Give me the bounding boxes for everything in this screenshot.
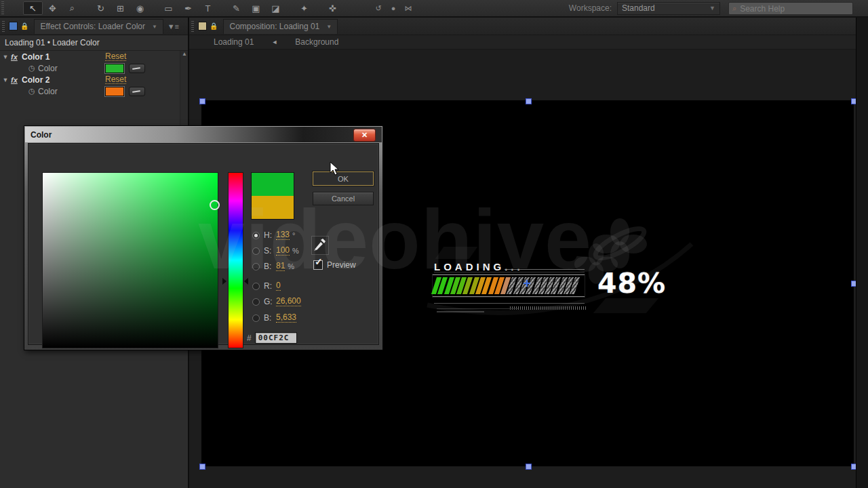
expand-caret-icon[interactable]: ▼ xyxy=(1,77,9,83)
selection-handle[interactable] xyxy=(199,464,205,470)
type-tool[interactable]: T xyxy=(198,1,218,15)
field-value[interactable]: 81 xyxy=(276,262,285,271)
field-value[interactable]: 5,633 xyxy=(276,313,296,323)
dialog-titlebar[interactable]: Color ✕ xyxy=(25,127,382,142)
toolbar-tools: ↖✥⌕↻⊞◉▭✒T✎▣◪✦✜↺●⋈ xyxy=(23,1,416,15)
checkbox-icon[interactable]: ✓ xyxy=(313,260,323,270)
hex-input[interactable]: 00CF2C xyxy=(255,332,297,344)
field-value[interactable]: 0 xyxy=(276,281,281,291)
effect-name[interactable]: Color 2 xyxy=(22,75,50,85)
lock-icon[interactable]: 🔒 xyxy=(210,22,218,30)
color-swatch[interactable] xyxy=(105,64,124,73)
cancel-button[interactable]: Cancel xyxy=(313,192,374,205)
selection-tool[interactable]: ↖ xyxy=(23,1,43,15)
field-value[interactable]: 133 xyxy=(276,230,290,240)
eyedropper-button[interactable] xyxy=(311,236,329,255)
radio-h[interactable] xyxy=(252,232,260,239)
hue-slider[interactable] xyxy=(228,172,243,348)
toolbar-grip[interactable] xyxy=(1,1,4,15)
eyedropper-icon[interactable] xyxy=(129,64,145,73)
field-label: B: xyxy=(264,313,276,323)
camera-tool[interactable]: ⊞ xyxy=(111,1,130,15)
scroll-up-icon[interactable]: ▲ xyxy=(182,51,187,57)
color-compare-swatch xyxy=(251,172,294,220)
search-icon: ⌕ xyxy=(732,4,736,13)
breadcrumb-arrow-icon: ◄ xyxy=(271,39,277,45)
zoom-tool[interactable]: ⌕ xyxy=(62,1,82,15)
eraser-tool[interactable]: ◪ xyxy=(266,1,285,15)
radio-s[interactable] xyxy=(252,247,260,255)
field-label: B: xyxy=(264,262,276,271)
property-row[interactable]: ◷ Color xyxy=(0,62,189,74)
workspace-value: Standard xyxy=(622,3,655,13)
deco-line xyxy=(437,311,484,312)
panel-grip[interactable] xyxy=(2,21,5,32)
hue-marker-left[interactable] xyxy=(222,278,226,285)
panel-menu-icon[interactable]: ▼≡ xyxy=(167,22,179,30)
rectangle-tool[interactable]: ▭ xyxy=(159,1,178,15)
reset-link[interactable]: Reset xyxy=(105,52,126,61)
panel-grip[interactable] xyxy=(191,21,194,32)
field-unit: ° xyxy=(292,231,295,239)
pen-tool[interactable]: ✒ xyxy=(178,1,198,15)
expand-caret-icon[interactable]: ▼ xyxy=(1,54,9,60)
deco-line xyxy=(505,269,585,270)
deco-line xyxy=(434,303,585,304)
color-swatch[interactable] xyxy=(105,87,124,96)
ok-button[interactable]: OK xyxy=(313,171,374,186)
pan-behind-tool[interactable]: ◉ xyxy=(130,1,150,15)
color-picker-dialog: Color ✕ OK Cancel H: 133 ° xyxy=(24,125,383,350)
workspace-dropdown[interactable]: Standard ▼ xyxy=(617,2,720,15)
radio-b2[interactable] xyxy=(252,314,260,322)
field-value[interactable]: 26,600 xyxy=(276,297,301,306)
field-label: S: xyxy=(264,246,276,256)
tab-label: Effect Controls: Loader Color xyxy=(40,22,145,31)
puppet-pin-tool[interactable]: ✜ xyxy=(323,1,342,15)
collapsed-panel-strip[interactable] xyxy=(856,18,868,488)
radio-r[interactable] xyxy=(252,283,260,290)
lock-icon[interactable]: 🔒 xyxy=(20,22,28,30)
tab-effect-controls[interactable]: Effect Controls: Loader Color ▼ xyxy=(34,19,163,34)
axis-mode-local[interactable]: ↺ xyxy=(371,1,386,15)
clone-stamp-tool[interactable]: ▣ xyxy=(246,1,266,15)
field-value[interactable]: 100 xyxy=(276,246,290,256)
close-icon[interactable]: ✕ xyxy=(353,129,376,142)
effect-row[interactable]: ▼ fx Color 2 Reset xyxy=(0,74,189,85)
property-row[interactable]: ◷ Color xyxy=(0,85,189,97)
effect-row[interactable]: ▼ fx Color 1 Reset xyxy=(0,51,189,62)
field-label: G: xyxy=(264,297,276,306)
radio-b[interactable] xyxy=(252,263,260,270)
hue-marker-right[interactable] xyxy=(244,278,248,285)
tab-composition[interactable]: Composition: Loading 01 ▼ xyxy=(223,19,338,34)
loading-text: LOADING... xyxy=(434,261,524,272)
roto-brush-tool[interactable]: ✦ xyxy=(294,1,314,15)
reset-link[interactable]: Reset xyxy=(105,75,126,84)
previous-color-swatch xyxy=(252,196,294,219)
preview-checkbox[interactable]: ✓ Preview xyxy=(313,260,356,270)
saturation-brightness-field[interactable] xyxy=(42,172,218,348)
selection-handle[interactable] xyxy=(526,98,532,104)
field-unit: % xyxy=(288,262,294,270)
axis-mode-view[interactable]: ⋈ xyxy=(401,1,416,15)
breadcrumb-parent[interactable]: Background xyxy=(295,37,338,47)
chevron-down-icon: ▼ xyxy=(709,5,715,12)
toolbar: ↖✥⌕↻⊞◉▭✒T✎▣◪✦✜↺●⋈ Workspace: Standard ▼ … xyxy=(0,0,868,18)
stopwatch-icon[interactable]: ◷ xyxy=(28,64,38,73)
eyedropper-icon[interactable] xyxy=(129,87,145,96)
layer-anchor-point[interactable] xyxy=(524,280,530,287)
color-field-cursor[interactable] xyxy=(210,200,220,210)
dialog-body: OK Cancel H: 133 ° S: 100 % B: 81 % xyxy=(28,143,379,345)
axis-mode-world[interactable]: ● xyxy=(386,1,401,15)
rotation-tool[interactable]: ↻ xyxy=(91,1,111,15)
breadcrumb-current[interactable]: Loading 01 xyxy=(214,37,254,47)
deco-ticks xyxy=(510,306,586,310)
brush-tool[interactable]: ✎ xyxy=(226,1,246,15)
selection-handle[interactable] xyxy=(526,464,532,470)
radio-g[interactable] xyxy=(252,298,260,306)
search-help-input[interactable]: ⌕ Search Help xyxy=(728,2,853,15)
effect-name[interactable]: Color 1 xyxy=(22,52,50,62)
selection-handle[interactable] xyxy=(199,98,205,104)
stopwatch-icon[interactable]: ◷ xyxy=(28,87,38,96)
chevron-down-icon: ▼ xyxy=(152,24,157,30)
hand-tool[interactable]: ✥ xyxy=(43,1,62,15)
